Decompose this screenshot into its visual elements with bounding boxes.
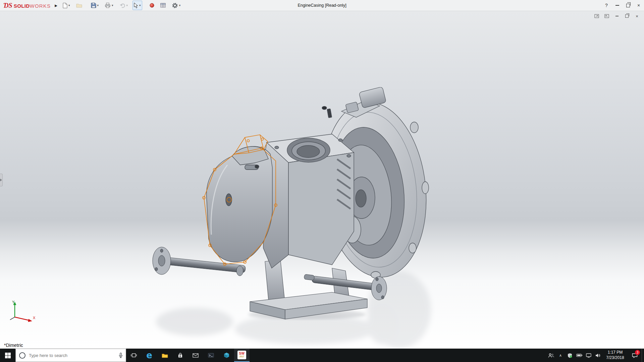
app-edge[interactable]: e [142,349,157,362]
dropdown-arrow-icon[interactable]: ▾ [68,4,70,7]
pane-icon [604,14,609,18]
dropdown-arrow-icon[interactable]: ▾ [126,4,128,7]
people-icon [548,353,554,358]
clock[interactable]: 1:17 PM 7/23/2018 [603,349,628,362]
mail-envelope-icon [193,353,199,358]
app-solidworks[interactable]: SW 2017 [234,349,250,362]
file-properties-button[interactable] [159,1,167,10]
action-center-button[interactable]: 3 [628,349,642,362]
notification-badge: 3 [635,350,640,355]
open-button[interactable] [75,1,84,10]
people-button[interactable] [546,349,556,362]
orientation-triad[interactable]: Y X [5,300,38,323]
toolbar-flyout-arrow-icon[interactable]: ▶ [55,4,57,7]
solidworks-icon-label: SW [239,352,245,355]
restore-icon [626,4,630,7]
document-window-controls: × [594,13,640,19]
minimize-icon [615,16,619,16]
triad-x-label: X [33,316,36,320]
restore-icon [625,14,629,18]
app-cad-viewer[interactable] [219,349,234,362]
feature-panel-collapse-tab[interactable] [0,174,3,186]
graphics-viewport[interactable]: × Y X *Dimetric [0,11,644,349]
close-button[interactable]: × [633,0,644,11]
dropdown-arrow-icon[interactable]: ▾ [97,4,99,7]
microphone-icon[interactable] [118,353,123,358]
solidworks-mark-icon: ƊS [3,2,12,9]
battery-icon [576,354,583,357]
engine-casing-model [144,87,439,349]
undo-icon [119,3,125,8]
cube-icon [224,352,229,358]
pane-icon [594,14,599,18]
print-button[interactable]: ▾ [103,1,115,10]
app-file-explorer[interactable] [157,349,172,362]
cortana-icon[interactable] [19,352,25,359]
select-cursor-icon [134,3,138,8]
crankcase-block [263,134,354,268]
document-minimize-button[interactable] [614,13,620,19]
pane-toggle-button[interactable] [594,13,600,19]
system-tray: ∧ 1:17 PM 7/23/2018 3 [546,349,644,362]
select-button[interactable]: ▾ [132,1,142,10]
new-document-icon [63,3,67,8]
print-icon [105,3,111,8]
title-bar: ƊS SOLID WORKS ▶ ▾ ▾ ▾ ▾ [0,0,644,11]
minimize-button[interactable] [612,0,623,11]
document-restore-button[interactable] [624,13,630,19]
minimize-icon [615,5,619,6]
dropdown-arrow-icon[interactable]: ▾ [179,4,181,7]
open-folder-icon [76,3,82,8]
speaker-icon [595,353,601,358]
start-button[interactable] [0,349,15,362]
solidworks-logo: ƊS SOLID WORKS [0,2,53,9]
undo-button[interactable]: ▾ [118,1,129,10]
dropdown-arrow-icon[interactable]: ▾ [112,4,113,7]
clock-date: 7/23/2018 [606,355,624,361]
edge-icon: e [146,351,152,360]
windows-logo-icon [5,353,11,358]
task-view-icon [131,353,137,358]
quick-access-toolbar: ▾ ▾ ▾ ▾ ▾ [61,1,182,10]
security-button[interactable] [565,349,575,362]
task-view-button[interactable] [126,349,142,362]
brand-works: WORKS [30,3,51,9]
shield-icon [568,353,572,358]
screen: ƊS SOLID WORKS ▶ ▾ ▾ ▾ ▾ [0,0,644,362]
tray-overflow-button[interactable]: ∧ [556,349,565,362]
solidworks-app-icon: SW 2017 [237,351,246,359]
network-monitor-icon [586,353,591,358]
show-desktop-button[interactable] [642,349,644,362]
save-icon [91,3,96,8]
document-title: EngineCasing [Read-only] [298,0,346,11]
restore-button[interactable] [623,0,633,11]
document-close-button[interactable]: × [634,13,640,19]
terminal-icon [208,353,214,358]
network-button[interactable] [584,349,593,362]
clock-time: 1:17 PM [608,350,623,355]
front-cover [207,146,272,262]
taskbar-search[interactable] [15,349,126,362]
pane-toggle-button-2[interactable] [604,13,610,19]
battery-button[interactable] [575,349,584,362]
dropdown-arrow-icon[interactable]: ▾ [139,4,141,7]
brand-solid: SOLID [14,3,30,9]
app-terminal[interactable] [203,349,219,362]
window-controls: ? × [601,0,644,11]
properties-table-icon [160,3,166,8]
app-mail[interactable] [188,349,203,362]
file-explorer-icon [162,353,168,358]
windows-taskbar: e SW 2017 ∧ [0,349,644,362]
app-store[interactable] [172,349,188,362]
triad-y-label: Y [12,300,15,304]
gear-icon [172,2,178,9]
save-button[interactable]: ▾ [90,1,100,10]
solidworks-icon-year: 2017 [239,356,244,358]
volume-button[interactable] [593,349,603,362]
store-bag-icon [178,353,183,358]
search-input[interactable] [28,353,116,358]
new-document-button[interactable]: ▾ [61,1,71,10]
record-macro-button[interactable] [148,1,156,10]
help-button[interactable]: ? [601,0,612,11]
options-button[interactable]: ▾ [170,1,182,10]
